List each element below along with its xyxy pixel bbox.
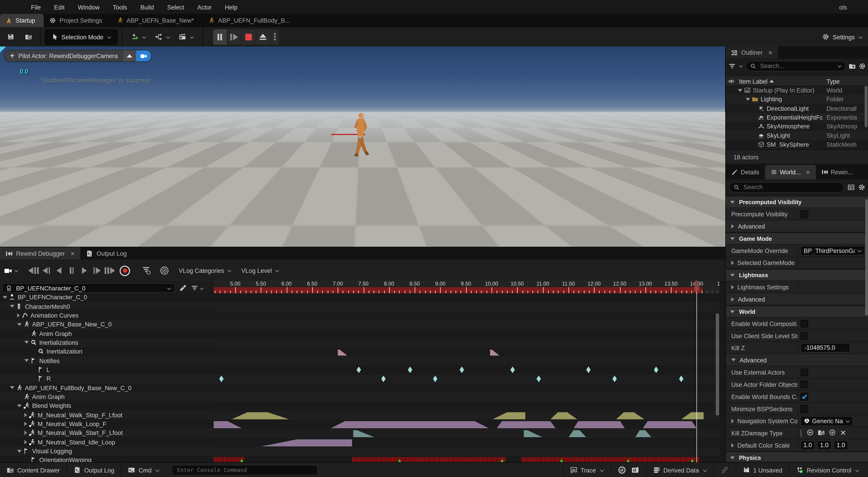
debug-target-dropdown[interactable]: BP_UEFNCharacter_C_0	[2, 283, 175, 293]
tree-row-abp-uefn-base-new-c-0[interactable]: ABP_UEFN_Base_New_C_0	[0, 320, 214, 329]
value-dropdown[interactable]: Generic Na	[800, 416, 853, 426]
blend-weight-segment[interactable]	[568, 430, 586, 438]
skip-to-end-button[interactable]	[103, 264, 116, 277]
details-group-advanced[interactable]: Advanced	[726, 293, 868, 306]
tree-row-abp-uefn-fullbody-base-new-c-0[interactable]: ABP_UEFN_FullBody_Base_New_C_0	[0, 383, 214, 392]
settings-dropdown[interactable]: Settings	[822, 33, 862, 40]
menu-tools[interactable]: Tools	[113, 4, 127, 10]
content-drawer-button[interactable]: Content Drawer	[0, 463, 67, 477]
camera-toggle-button[interactable]	[136, 51, 151, 62]
stop-piloting-button[interactable]	[122, 51, 136, 62]
close-icon[interactable]: ✕	[803, 169, 810, 175]
clear-button[interactable]	[840, 429, 846, 437]
menu-window[interactable]: Window	[78, 4, 99, 10]
menu-edit[interactable]: Edit	[54, 4, 64, 10]
details-tab-details[interactable]: Details	[726, 165, 765, 179]
tree-row-visual-logging[interactable]: Visual Logging	[0, 446, 214, 455]
rewind-timeline[interactable]: 5.005.506.006.507.007.508.008.509.009.50…	[214, 280, 720, 463]
browse-button[interactable]	[817, 429, 825, 437]
menu-build[interactable]: Build	[141, 4, 154, 10]
notify-marker[interactable]	[679, 376, 683, 382]
checkbox[interactable]	[800, 393, 808, 401]
tree-row-inertializations[interactable]: Inertializations	[0, 338, 214, 347]
tree-row-notifies[interactable]: Notifies	[0, 356, 214, 365]
inertialization-marker[interactable]	[490, 350, 500, 356]
tree-row-m-neutral-stand-idle-loop[interactable]: M_Neutral_Stand_Idle_Loop	[0, 438, 214, 446]
display-options-icon[interactable]	[847, 183, 855, 191]
close-icon[interactable]: ✕	[766, 50, 773, 56]
value-field[interactable]: -1048575.0	[800, 343, 850, 353]
stop-button[interactable]	[242, 29, 256, 45]
notify-marker[interactable]	[586, 367, 591, 373]
tab-rewind-debugger[interactable]: Rewind Debugger ✕	[0, 247, 81, 259]
outliner-row[interactable]: ExponentialHeightFcExponentia	[726, 113, 868, 122]
notify-marker[interactable]	[356, 367, 361, 373]
blend-weight-segment[interactable]	[635, 430, 652, 438]
menu-select[interactable]: Select	[167, 4, 184, 10]
close-icon[interactable]: ✕	[68, 251, 75, 257]
outliner-row[interactable]: SkyLightSkyLight	[726, 131, 868, 140]
details-section-world[interactable]: World	[726, 306, 868, 318]
timeline-tracks[interactable]	[214, 293, 720, 463]
vlog-categories-dropdown[interactable]: VLog Categories	[179, 267, 231, 274]
outliner-row[interactable]: LightingFolder	[726, 95, 868, 104]
blend-weight-segment[interactable]	[574, 421, 625, 428]
notify-marker[interactable]	[536, 376, 541, 382]
output-log-button[interactable]: Output Log	[67, 463, 121, 477]
blend-weight-segment[interactable]	[331, 421, 489, 428]
details-section-physics[interactable]: Physics	[726, 451, 868, 462]
outliner-row[interactable]: SkyAtmosphereSkyAtmosp	[726, 122, 868, 131]
notify-marker[interactable]	[381, 376, 386, 382]
details-settings-icon[interactable]	[858, 183, 865, 191]
play-button[interactable]	[78, 264, 91, 277]
tree-row-bp-uefncharacter-c-0[interactable]: BP_UEFNCharacter_C_0	[0, 293, 214, 302]
blend-weight-segment[interactable]	[493, 412, 525, 419]
vector-field[interactable]: 1.0	[834, 440, 848, 450]
tab-startup[interactable]: Startup	[0, 14, 44, 27]
pause-button[interactable]	[213, 29, 227, 45]
derived-data-dropdown[interactable]: Derived Data	[646, 463, 714, 477]
rewind-settings-icon[interactable]	[160, 266, 169, 275]
blend-weight-segment[interactable]	[681, 412, 704, 419]
checkbox[interactable]	[800, 368, 808, 376]
tab-outliner[interactable]: Outliner ✕	[726, 46, 778, 59]
eject-button[interactable]	[256, 29, 271, 45]
camera-mode-dropdown[interactable]	[4, 266, 18, 275]
details-tab-rewin-[interactable]: Rewin...	[816, 165, 858, 179]
checkbox[interactable]	[800, 320, 808, 327]
cmd-dropdown[interactable]: Cmd	[121, 463, 166, 477]
tree-row-r[interactable]: R	[0, 374, 214, 383]
details-scrollbar[interactable]	[865, 199, 868, 315]
playhead-line[interactable]	[696, 287, 697, 463]
cinematics-button[interactable]	[174, 30, 198, 44]
chevron-down-icon[interactable]	[199, 286, 204, 290]
blend-weight-segment[interactable]	[551, 412, 577, 419]
blueprints-button[interactable]	[150, 30, 174, 44]
menu-actor[interactable]: Actor	[197, 4, 212, 10]
use-selected-button[interactable]	[806, 429, 814, 437]
pause-button[interactable]	[65, 264, 78, 277]
checkbox[interactable]	[800, 380, 808, 388]
snapshot-icon[interactable]	[631, 466, 639, 474]
create-folder-icon[interactable]	[848, 62, 856, 69]
notify-marker[interactable]	[219, 376, 224, 382]
timeline-scrollbar[interactable]	[716, 313, 719, 415]
step-forward-button[interactable]	[91, 264, 103, 277]
tab-project-settings[interactable]: Project Settings	[44, 14, 111, 27]
menu-file[interactable]: File	[31, 4, 41, 10]
add-actor-button[interactable]	[127, 30, 150, 44]
skip-to-start-button[interactable]	[27, 264, 40, 277]
blend-weight-segment[interactable]	[497, 421, 556, 428]
vlog-band[interactable]	[521, 457, 699, 463]
tree-row-l[interactable]: L	[0, 365, 214, 374]
details-tab-world-[interactable]: World...✕	[765, 165, 816, 179]
outliner-settings-icon[interactable]	[859, 62, 866, 69]
console-command-input[interactable]	[176, 466, 313, 474]
vlog-filter-icon[interactable]	[142, 266, 151, 275]
chevron-down-icon[interactable]	[837, 64, 841, 68]
notify-marker[interactable]	[510, 367, 515, 373]
value-dropdown[interactable]: BP_ThirdPersonGa	[800, 246, 865, 255]
blend-weight-segment[interactable]	[261, 439, 352, 446]
record-button[interactable]	[120, 265, 130, 276]
blend-weight-segment[interactable]	[524, 430, 543, 438]
